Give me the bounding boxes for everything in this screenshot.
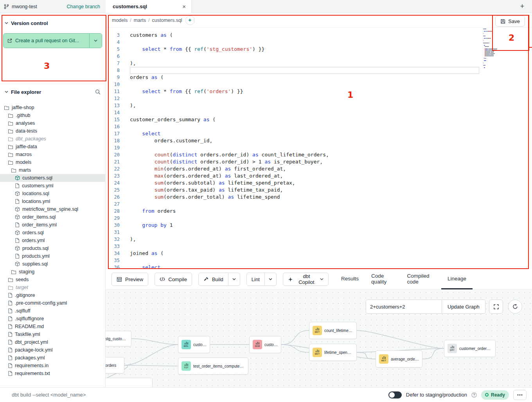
tree-item-orders.sql[interactable]: orders.sql: [0, 229, 105, 237]
lineage-node-customers[interactable]: MDLcustomers: [178, 336, 210, 353]
tree-item-order_items.sql[interactable]: order_items.sql: [0, 213, 105, 221]
tree-item-analyses[interactable]: analyses: [0, 119, 105, 127]
code-line-19[interactable]: 19: [106, 144, 532, 151]
change-branch-link[interactable]: Change branch: [67, 4, 100, 9]
code-line-9[interactable]: 9orders as (: [106, 74, 532, 81]
lineage-node-orders[interactable]: MDLorders: [106, 357, 124, 373]
code-line-5[interactable]: 5 select * from {{ ref('stg_customers') …: [106, 46, 532, 53]
tree-item-dbt_project.yml[interactable]: dbt_project.yml: [0, 338, 105, 346]
code-line-18[interactable]: 18 orders.customer_id,: [106, 137, 532, 144]
code-line-12[interactable]: 12: [106, 95, 532, 102]
tree-item-customers.yml[interactable]: customers.yml: [0, 182, 105, 190]
code-line-6[interactable]: 6: [106, 53, 532, 60]
create-pr-button[interactable]: Create a pull request on Git...: [4, 34, 89, 48]
defer-toggle[interactable]: [388, 391, 402, 398]
tree-item-supplies.sql[interactable]: supplies.sql: [0, 260, 105, 268]
code-line-28[interactable]: 28 from orders: [106, 208, 532, 215]
tree-item-products.yml[interactable]: products.yml: [0, 252, 105, 260]
tab-code-quality[interactable]: Code quality: [365, 269, 401, 289]
code-line-17[interactable]: 17 select: [106, 130, 532, 137]
code-line-22[interactable]: 22 min(orders.ordered_at) as first_order…: [106, 165, 532, 172]
tree-item-package-lock.yml[interactable]: package-lock.yml: [0, 346, 105, 354]
tree-item-dbt_packages[interactable]: dbt_packages: [0, 135, 105, 143]
lineage-node-average_order_value[interactable]: METaverage_order_value: [376, 350, 422, 368]
tree-item-.sqlfluffignore[interactable]: .sqlfluffignore: [0, 315, 105, 323]
minimap[interactable]: [483, 29, 511, 68]
code-line-8[interactable]: 8: [106, 67, 532, 74]
code-line-35[interactable]: 35: [106, 257, 532, 264]
update-graph-button[interactable]: Update Graph: [442, 300, 485, 314]
code-line-4[interactable]: 4: [106, 39, 532, 46]
code-line-20[interactable]: 20 count(distinct orders.order_id) as co…: [106, 151, 532, 158]
refresh-icon[interactable]: [508, 300, 522, 314]
fullscreen-icon[interactable]: [489, 300, 503, 314]
tree-item-README.md[interactable]: README.md: [0, 323, 105, 330]
tree-item-orders.yml[interactable]: orders.yml: [0, 237, 105, 244]
info-icon[interactable]: [471, 392, 477, 398]
tree-item-models[interactable]: models: [0, 158, 105, 166]
tree-item-Taskfile.yml[interactable]: Taskfile.yml: [0, 330, 105, 338]
dbt-copilot-button[interactable]: dbt Copilot: [283, 273, 329, 286]
lineage-node-customers[interactable]: SEMcustomers: [249, 336, 281, 353]
editor-tab-customers-sql[interactable]: customers.sql ×: [106, 0, 192, 13]
tree-item-packages.yml[interactable]: packages.yml: [0, 354, 105, 362]
tree-item-.github[interactable]: .github: [0, 111, 105, 119]
tree-item-data-tests[interactable]: data-tests: [0, 127, 105, 135]
code-line-30[interactable]: 30 group by 1: [106, 222, 532, 229]
tree-item-metricflow_time_spine.sql[interactable]: metricflow_time_spine.sql: [0, 205, 105, 213]
tree-item-requirements.in[interactable]: requirements.in: [0, 362, 105, 370]
breadcrumb-item-customers.sql[interactable]: customers.sql: [152, 18, 182, 23]
code-editor[interactable]: 3customers as (45 select * from {{ ref('…: [106, 28, 532, 269]
code-line-10[interactable]: 10: [106, 81, 532, 88]
code-line-31[interactable]: 31: [106, 229, 532, 236]
code-line-26[interactable]: 26 sum(orders.order_total) as lifetime_s…: [106, 194, 532, 201]
code-line-21[interactable]: 21 count(distinct orders.order_id) > 1 a…: [106, 158, 532, 165]
lineage-node-stg_customers[interactable]: MDLstg_customers: [106, 331, 131, 346]
save-button[interactable]: Save: [495, 16, 525, 27]
tree-item-customers.sql[interactable]: customers.sql: [0, 174, 105, 182]
code-line-14[interactable]: 14: [106, 109, 532, 116]
create-pr-dropdown-button[interactable]: [89, 34, 102, 48]
new-tab-button[interactable]: +: [517, 1, 527, 11]
tree-item-.pre-commit-config.yaml[interactable]: .pre-commit-config.yaml: [0, 299, 105, 307]
lint-dropdown-button[interactable]: [265, 273, 277, 286]
more-icon[interactable]: [513, 390, 527, 400]
tab-lineage[interactable]: Lineage: [441, 269, 473, 289]
tree-item-locations.yml[interactable]: locations.yml: [0, 197, 105, 205]
code-line-36[interactable]: 36 select: [106, 264, 532, 269]
code-line-23[interactable]: 23 max(orders.ordered_at) as last_ordere…: [106, 172, 532, 179]
tab-compiled-code[interactable]: Compiled code: [401, 269, 441, 289]
tree-item-products.sql[interactable]: products.sql: [0, 244, 105, 252]
tab-results[interactable]: Results: [335, 269, 365, 289]
tree-item-target[interactable]: target: [0, 284, 105, 291]
code-line-33[interactable]: 33: [106, 243, 532, 250]
compile-button[interactable]: Compile: [155, 273, 192, 286]
tree-item-.sqlfluff[interactable]: .sqlfluff: [0, 307, 105, 315]
file-explorer-header[interactable]: File explorer: [0, 88, 105, 96]
lineage-node-lifetime_spend_pretax[interactable]: METlifetime_spend_pretax: [309, 344, 357, 361]
lineage-node-count_lifetime_orders[interactable]: METcount_lifetime_orders: [309, 322, 357, 339]
tree-item-staging[interactable]: staging: [0, 268, 105, 276]
code-line-34[interactable]: 34joined as (: [106, 250, 532, 257]
version-control-header[interactable]: Version control: [0, 19, 105, 27]
tree-item-jaffle-data[interactable]: jaffle-data: [0, 143, 105, 151]
tree-item-.gitignore[interactable]: .gitignore: [0, 291, 105, 299]
lineage-node-customer_order_metrics[interactable]: QRYcustomer_order_metrics: [444, 340, 496, 357]
copilot-breadcrumb-button[interactable]: [185, 16, 195, 25]
code-line-15[interactable]: 15customer_orders_summary as (: [106, 116, 532, 123]
tree-item-requirements.txt[interactable]: requirements.txt: [0, 370, 105, 377]
lint-button[interactable]: Lint: [246, 273, 265, 286]
preview-button[interactable]: Preview: [111, 273, 148, 286]
code-line-7[interactable]: 7),: [106, 60, 532, 67]
breadcrumb-item-marts[interactable]: marts: [134, 18, 146, 23]
close-icon[interactable]: ×: [182, 3, 186, 10]
code-line-29[interactable]: 29: [106, 215, 532, 222]
breadcrumb-item-models[interactable]: models: [112, 18, 128, 23]
code-line-25[interactable]: 25 sum(orders.tax_paid) as lifetime_tax_…: [106, 187, 532, 194]
build-dropdown-button[interactable]: [228, 273, 240, 286]
tree-item-seeds[interactable]: seeds: [0, 276, 105, 284]
tree-item-macros[interactable]: macros: [0, 151, 105, 158]
code-line-16[interactable]: 16: [106, 123, 532, 130]
build-button[interactable]: Build: [198, 273, 228, 286]
code-line-11[interactable]: 11 select * from {{ ref('orders') }}: [106, 88, 532, 95]
